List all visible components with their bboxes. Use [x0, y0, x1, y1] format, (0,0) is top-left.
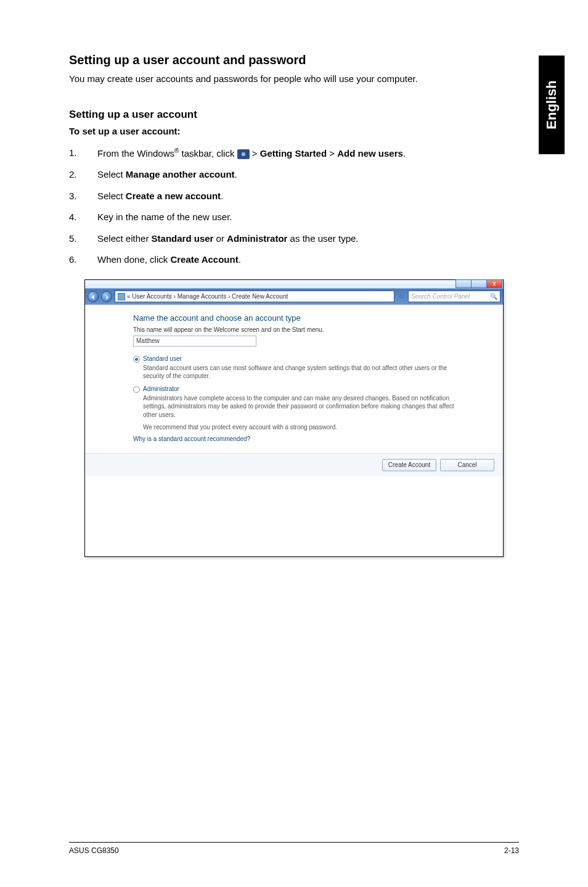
button-bar: Create Account Cancel: [85, 453, 503, 476]
step-3: 3. Select Create a new account.: [69, 189, 519, 204]
search-icon: 🔍: [490, 293, 497, 300]
standard-user-desc: Standard account users can use most soft…: [143, 364, 466, 381]
radio-selected-icon: [133, 356, 140, 363]
section-heading: Setting up a user account: [69, 109, 519, 121]
address-bar-row: « User Accounts › Manage Accounts › Crea…: [85, 289, 503, 305]
footer-product: ASUS CG8350: [69, 846, 119, 855]
window-empty-area: [85, 476, 503, 556]
forward-button[interactable]: [101, 291, 112, 302]
step-5: 5. Select either Standard user or Admini…: [69, 232, 519, 246]
maximize-button[interactable]: [471, 279, 487, 288]
back-button[interactable]: [88, 291, 99, 302]
instruction-lead: To set up a user account:: [69, 126, 519, 136]
administrator-option[interactable]: Administrator: [133, 386, 466, 393]
administrator-desc: Administrators have complete access to t…: [143, 394, 466, 419]
step-1: 1. From the Windows® taskbar, click > Ge…: [69, 146, 519, 161]
cancel-button[interactable]: Cancel: [440, 459, 494, 471]
breadcrumb-bar[interactable]: « User Accounts › Manage Accounts › Crea…: [115, 291, 394, 302]
footer-page-number: 2-13: [504, 846, 519, 855]
page-heading: Setting up a user account and password: [69, 53, 519, 67]
step-4: 4. Key in the name of the new user.: [69, 210, 519, 225]
language-tab: English: [539, 56, 565, 154]
account-name-input[interactable]: [133, 336, 256, 347]
radio-unselected-icon: [133, 386, 140, 393]
why-standard-link[interactable]: Why is a standard account recommended?: [133, 435, 466, 442]
start-flag-icon: [237, 149, 250, 159]
minimize-button[interactable]: [455, 279, 472, 288]
create-account-title: Name the account and choose an account t…: [133, 313, 466, 323]
refresh-icon[interactable]: ↻: [399, 293, 404, 300]
window-body: Name the account and choose an account t…: [85, 305, 503, 454]
close-button[interactable]: x: [486, 279, 502, 288]
intro-text: You may create user accounts and passwor…: [69, 72, 519, 86]
standard-user-option[interactable]: Standard user: [133, 355, 466, 363]
search-placeholder: Search Control Panel: [411, 293, 470, 300]
breadcrumb-text: « User Accounts › Manage Accounts › Crea…: [127, 293, 288, 300]
screenshot-window: x « User Accounts › Manage Accounts › Cr…: [84, 279, 504, 558]
language-tab-label: English: [544, 80, 560, 129]
step-6: 6. When done, click Create Account.: [69, 253, 519, 267]
step-2: 2. Select Manage another account.: [69, 168, 519, 182]
create-account-subtitle: This name will appear on the Welcome scr…: [133, 326, 466, 333]
page-footer: ASUS CG8350 2-13: [69, 842, 519, 855]
window-controls: x: [456, 279, 502, 288]
search-input[interactable]: Search Control Panel 🔍: [408, 291, 500, 302]
steps-list: 1. From the Windows® taskbar, click > Ge…: [69, 146, 519, 267]
password-note: We recommend that you protect every acco…: [143, 424, 466, 431]
create-account-button[interactable]: Create Account: [382, 459, 436, 471]
control-panel-icon: [118, 293, 125, 300]
window-titlebar: x: [85, 280, 503, 289]
